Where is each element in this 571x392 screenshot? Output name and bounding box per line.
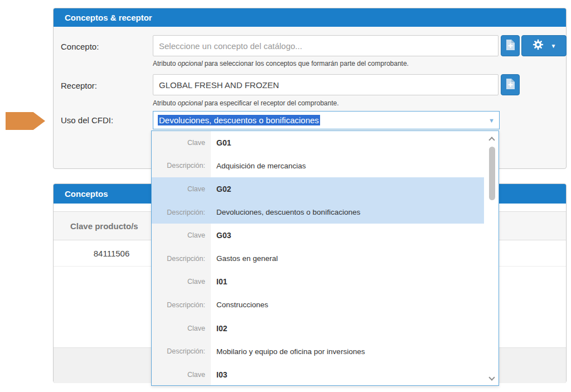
- option-descripcion: Devoluciones, descuentos o bonificacione…: [211, 208, 360, 216]
- add-concepto-button[interactable]: [501, 35, 520, 56]
- dropdown-option-i03[interactable]: ClaveI03: [152, 363, 499, 386]
- dropdown-option-g03[interactable]: ClaveG03 Descripción:Gastos en general: [152, 224, 499, 270]
- concepto-input[interactable]: [153, 35, 499, 56]
- uso-cfdi-select[interactable]: Devoluciones, descuentos o bonificacione…: [153, 111, 500, 129]
- option-descripcion: Gastos en general: [211, 254, 278, 263]
- add-receptor-button[interactable]: [501, 74, 520, 95]
- dropdown-option-g02-highlighted[interactable]: ClaveG02 Descripción:Devoluciones, descu…: [152, 177, 484, 224]
- option-clave: I02: [211, 324, 227, 333]
- uso-cfdi-label: Uso del CFDI:: [61, 115, 113, 125]
- option-descripcion: Adquisición de mercancias: [211, 162, 306, 170]
- document-add-icon: [506, 78, 515, 92]
- option-clave: G02: [211, 185, 231, 193]
- option-clave: G03: [211, 231, 231, 240]
- orange-pointer-arrow-icon: [6, 112, 45, 130]
- settings-button[interactable]: ▼: [521, 35, 567, 56]
- option-clave: G01: [211, 138, 231, 147]
- receptor-input[interactable]: [153, 74, 499, 95]
- chevron-down-icon: ▼: [488, 117, 495, 124]
- dropdown-option-i01[interactable]: ClaveI01 Descripción:Construcciones: [152, 270, 499, 317]
- option-clave: I03: [211, 370, 227, 379]
- option-clave: I01: [211, 277, 227, 286]
- panel-title: Conceptos & receptor: [54, 8, 566, 27]
- uso-cfdi-selected-value: Devoluciones, descuentos o bonificacione…: [158, 115, 320, 125]
- option-descripcion: Mobilario y equipo de oficina por invers…: [211, 347, 365, 356]
- concepto-help-text: Atributo opcional para seleccionar los c…: [153, 60, 409, 67]
- dropdown-option-i02[interactable]: ClaveI02 Descripción:Mobilario y equipo …: [152, 317, 499, 363]
- cfdi-form-screen: Conceptos & receptor Concepto:: [0, 0, 571, 392]
- uso-cfdi-dropdown-list: ClaveG01 Descripción:Adquisición de merc…: [151, 130, 499, 386]
- gear-icon: [532, 38, 544, 53]
- caret-down-icon: ▼: [551, 43, 557, 49]
- scrollbar-thumb[interactable]: [489, 147, 495, 200]
- column-header-clave-producto: Clave producto/s: [54, 221, 138, 231]
- option-descripcion: Construcciones: [211, 301, 268, 309]
- clave-producto-cell: 84111506: [61, 249, 162, 258]
- dropdown-option-g01[interactable]: ClaveG01 Descripción:Adquisición de merc…: [152, 131, 499, 177]
- concepto-label: Concepto:: [61, 42, 99, 51]
- document-add-icon: [506, 39, 515, 53]
- receptor-help-text: Atributo opcional para especificar el re…: [153, 99, 339, 107]
- receptor-label: Receptor:: [61, 81, 97, 90]
